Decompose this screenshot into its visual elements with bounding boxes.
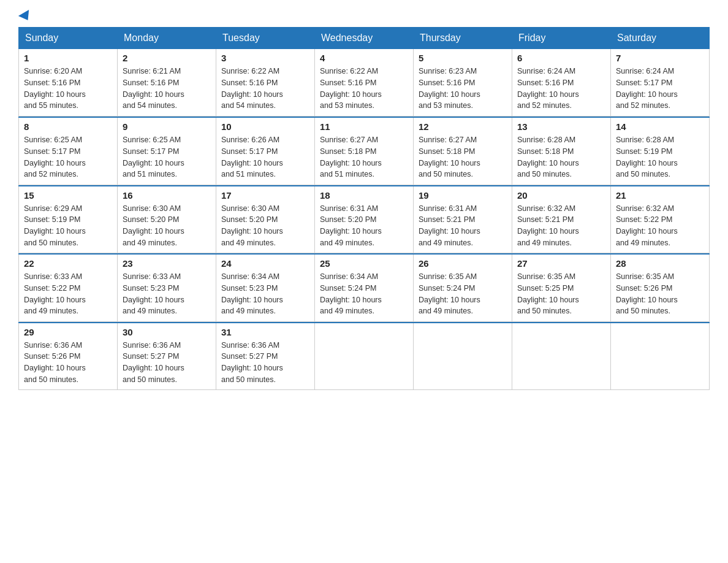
day-info: Sunrise: 6:27 AMSunset: 5:18 PMDaylight:… (320, 134, 408, 180)
calendar-cell: 5Sunrise: 6:23 AMSunset: 5:16 PMDaylight… (414, 49, 512, 117)
calendar-cell: 26Sunrise: 6:35 AMSunset: 5:24 PMDayligh… (414, 254, 512, 321)
day-number: 21 (616, 190, 704, 201)
calendar-cell: 4Sunrise: 6:22 AMSunset: 5:16 PMDaylight… (315, 49, 414, 117)
day-number: 19 (419, 190, 507, 201)
day-number: 29 (24, 327, 112, 337)
calendar-cell: 7Sunrise: 6:24 AMSunset: 5:17 PMDaylight… (611, 49, 710, 117)
weekday-header-sunday: Sunday (19, 28, 118, 49)
day-number: 12 (419, 121, 507, 132)
calendar-week-row: 29Sunrise: 6:36 AMSunset: 5:26 PMDayligh… (19, 323, 710, 390)
day-info: Sunrise: 6:36 AMSunset: 5:26 PMDaylight:… (24, 340, 112, 386)
calendar-cell: 31Sunrise: 6:36 AMSunset: 5:27 PMDayligh… (216, 323, 315, 390)
day-number: 18 (320, 190, 408, 201)
logo (18, 12, 32, 21)
day-info: Sunrise: 6:27 AMSunset: 5:18 PMDaylight:… (419, 134, 507, 180)
calendar-cell: 9Sunrise: 6:25 AMSunset: 5:17 PMDaylight… (118, 117, 216, 185)
calendar-cell: 10Sunrise: 6:26 AMSunset: 5:17 PMDayligh… (216, 117, 315, 185)
day-info: Sunrise: 6:28 AMSunset: 5:18 PMDaylight:… (517, 134, 605, 180)
calendar-cell (315, 323, 414, 390)
day-number: 4 (320, 53, 408, 63)
calendar-cell: 30Sunrise: 6:36 AMSunset: 5:27 PMDayligh… (118, 323, 216, 390)
calendar-cell (512, 323, 611, 390)
day-info: Sunrise: 6:33 AMSunset: 5:23 PMDaylight:… (123, 271, 211, 317)
calendar-cell: 17Sunrise: 6:30 AMSunset: 5:20 PMDayligh… (216, 186, 315, 253)
weekday-header-saturday: Saturday (611, 28, 710, 49)
calendar-cell: 23Sunrise: 6:33 AMSunset: 5:23 PMDayligh… (118, 254, 216, 321)
day-number: 31 (221, 327, 309, 337)
calendar-cell: 14Sunrise: 6:28 AMSunset: 5:19 PMDayligh… (611, 117, 710, 185)
page-header (18, 12, 710, 21)
calendar-cell: 16Sunrise: 6:30 AMSunset: 5:20 PMDayligh… (118, 186, 216, 253)
day-number: 15 (24, 190, 112, 201)
day-info: Sunrise: 6:30 AMSunset: 5:20 PMDaylight:… (123, 203, 211, 249)
day-info: Sunrise: 6:23 AMSunset: 5:16 PMDaylight:… (419, 66, 507, 112)
calendar-cell: 6Sunrise: 6:24 AMSunset: 5:16 PMDaylight… (512, 49, 611, 117)
day-number: 10 (221, 121, 309, 132)
calendar-cell: 2Sunrise: 6:21 AMSunset: 5:16 PMDaylight… (118, 49, 216, 117)
day-number: 2 (123, 53, 211, 63)
weekday-header-wednesday: Wednesday (315, 28, 414, 49)
calendar-cell: 11Sunrise: 6:27 AMSunset: 5:18 PMDayligh… (315, 117, 414, 185)
day-info: Sunrise: 6:36 AMSunset: 5:27 PMDaylight:… (123, 340, 211, 386)
calendar-cell: 22Sunrise: 6:33 AMSunset: 5:22 PMDayligh… (19, 254, 118, 321)
calendar-cell: 28Sunrise: 6:35 AMSunset: 5:26 PMDayligh… (611, 254, 710, 321)
day-number: 6 (517, 53, 605, 63)
calendar-table: SundayMondayTuesdayWednesdayThursdayFrid… (18, 27, 710, 390)
calendar-header-row: SundayMondayTuesdayWednesdayThursdayFrid… (19, 28, 710, 49)
calendar-cell: 21Sunrise: 6:32 AMSunset: 5:22 PMDayligh… (611, 186, 710, 253)
calendar-cell: 27Sunrise: 6:35 AMSunset: 5:25 PMDayligh… (512, 254, 611, 321)
day-number: 27 (517, 258, 605, 269)
day-info: Sunrise: 6:33 AMSunset: 5:22 PMDaylight:… (24, 271, 112, 317)
day-number: 28 (616, 258, 704, 269)
day-number: 24 (221, 258, 309, 269)
day-number: 11 (320, 121, 408, 132)
day-number: 9 (123, 121, 211, 132)
day-info: Sunrise: 6:22 AMSunset: 5:16 PMDaylight:… (221, 66, 309, 112)
day-info: Sunrise: 6:35 AMSunset: 5:24 PMDaylight:… (419, 271, 507, 317)
calendar-cell: 24Sunrise: 6:34 AMSunset: 5:23 PMDayligh… (216, 254, 315, 321)
calendar-cell: 25Sunrise: 6:34 AMSunset: 5:24 PMDayligh… (315, 254, 414, 321)
calendar-week-row: 8Sunrise: 6:25 AMSunset: 5:17 PMDaylight… (19, 117, 710, 185)
day-info: Sunrise: 6:35 AMSunset: 5:26 PMDaylight:… (616, 271, 704, 317)
day-info: Sunrise: 6:35 AMSunset: 5:25 PMDaylight:… (517, 271, 605, 317)
day-info: Sunrise: 6:30 AMSunset: 5:20 PMDaylight:… (221, 203, 309, 249)
calendar-cell (611, 323, 710, 390)
day-number: 30 (123, 327, 211, 337)
calendar-cell: 19Sunrise: 6:31 AMSunset: 5:21 PMDayligh… (414, 186, 512, 253)
logo-triangle-icon (18, 10, 33, 23)
day-info: Sunrise: 6:32 AMSunset: 5:21 PMDaylight:… (517, 203, 605, 249)
calendar-week-row: 22Sunrise: 6:33 AMSunset: 5:22 PMDayligh… (19, 254, 710, 321)
calendar-cell: 12Sunrise: 6:27 AMSunset: 5:18 PMDayligh… (414, 117, 512, 185)
day-info: Sunrise: 6:34 AMSunset: 5:24 PMDaylight:… (320, 271, 408, 317)
day-info: Sunrise: 6:34 AMSunset: 5:23 PMDaylight:… (221, 271, 309, 317)
day-number: 22 (24, 258, 112, 269)
calendar-cell: 29Sunrise: 6:36 AMSunset: 5:26 PMDayligh… (19, 323, 118, 390)
day-info: Sunrise: 6:32 AMSunset: 5:22 PMDaylight:… (616, 203, 704, 249)
weekday-header-monday: Monday (118, 28, 216, 49)
day-info: Sunrise: 6:31 AMSunset: 5:21 PMDaylight:… (419, 203, 507, 249)
day-info: Sunrise: 6:25 AMSunset: 5:17 PMDaylight:… (24, 134, 112, 180)
day-info: Sunrise: 6:26 AMSunset: 5:17 PMDaylight:… (221, 134, 309, 180)
day-info: Sunrise: 6:24 AMSunset: 5:16 PMDaylight:… (517, 66, 605, 112)
day-number: 3 (221, 53, 309, 63)
day-info: Sunrise: 6:36 AMSunset: 5:27 PMDaylight:… (221, 340, 309, 386)
day-info: Sunrise: 6:22 AMSunset: 5:16 PMDaylight:… (320, 66, 408, 112)
day-info: Sunrise: 6:25 AMSunset: 5:17 PMDaylight:… (123, 134, 211, 180)
day-number: 25 (320, 258, 408, 269)
calendar-cell: 18Sunrise: 6:31 AMSunset: 5:20 PMDayligh… (315, 186, 414, 253)
day-info: Sunrise: 6:24 AMSunset: 5:17 PMDaylight:… (616, 66, 704, 112)
day-info: Sunrise: 6:20 AMSunset: 5:16 PMDaylight:… (24, 66, 112, 112)
day-number: 20 (517, 190, 605, 201)
day-number: 14 (616, 121, 704, 132)
weekday-header-friday: Friday (512, 28, 611, 49)
day-info: Sunrise: 6:29 AMSunset: 5:19 PMDaylight:… (24, 203, 112, 249)
day-number: 17 (221, 190, 309, 201)
weekday-header-thursday: Thursday (414, 28, 512, 49)
day-number: 1 (24, 53, 112, 63)
weekday-header-tuesday: Tuesday (216, 28, 315, 49)
calendar-cell: 20Sunrise: 6:32 AMSunset: 5:21 PMDayligh… (512, 186, 611, 253)
day-number: 13 (517, 121, 605, 132)
calendar-cell: 13Sunrise: 6:28 AMSunset: 5:18 PMDayligh… (512, 117, 611, 185)
day-info: Sunrise: 6:28 AMSunset: 5:19 PMDaylight:… (616, 134, 704, 180)
day-number: 23 (123, 258, 211, 269)
